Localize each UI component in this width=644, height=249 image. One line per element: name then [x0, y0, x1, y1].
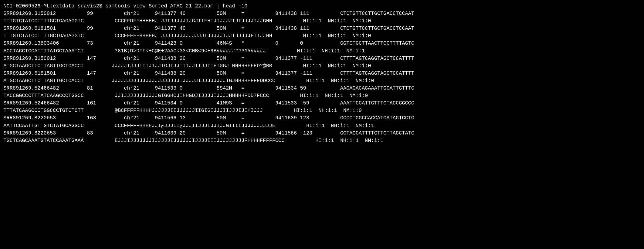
command-line: NCI-02069526-ML:extdata sdavis2$ samtool…: [3, 2, 641, 10]
output-line-3: SRR891269.6181501 99 chr21 9411377 40 50…: [3, 25, 641, 32]
terminal-content: NCI-02069526-ML:extdata sdavis2$ samtool…: [3, 2, 641, 144]
output-line-5: SRR891269.13803406 73 chr21 9411423 0 46…: [3, 39, 641, 47]
output-line-8: ATGCTAAGCTTCTTAGTTGCTCACCT JJJJJIJJJIIIJ…: [3, 62, 641, 70]
output-line-10: ATGCTAAGCTTCTTAGTTGCTCACCT JJJJJJJJJJJJJ…: [3, 77, 641, 84]
terminal-window: NCI-02069526-ML:extdata sdavis2$ samtool…: [3, 2, 641, 144]
output-line-14: TTTATCAAGCCCTGGCCCTGTCTCTT @BCFFFFFHHHHJ…: [3, 107, 641, 114]
output-line-12: TACCGGCCCTTTATCAAGCCCTGGCC JJIJJJJJJJJJJ…: [3, 92, 641, 99]
output-line-1: SRR891269.3150012 99 chr21 9411377 40 50…: [3, 10, 641, 17]
output-line-2: TTTGTCTATCCTTTTGCTGAGAGGTC CCCFFDFFHHHHH…: [3, 17, 641, 25]
output-line-6: AGGTAGCTCGATTTTATGCTAAATCT ?81B;D>DFF<+C…: [3, 47, 641, 55]
output-line-11: SRR891269.52466482 81 chr21 9411533 0 8S…: [3, 84, 641, 92]
output-line-16: AATTCCAATTGTTGTCTATGCAGGCC CCCFFFFFHHHHJ…: [3, 122, 641, 129]
output-line-13: SRR891269.52466482 161 chr21 9411534 0 4…: [3, 99, 641, 107]
output-line-17: SRR891269.8220653 83 chr21 9411639 20 50…: [3, 129, 641, 137]
output-line-7: SRR891269.3150012 147 chr21 9411438 20 5…: [3, 55, 641, 62]
output-line-18: TGCTCAGCAAATGTATCCAAATGAAA EJJJIJJJJJJJI…: [3, 137, 641, 144]
output-line-15: SRR891269.8220653 163 chr21 9411566 13 5…: [3, 114, 641, 122]
output-line-4: TTTGTCTATCCTTTTGCTGAGAGGTC CCCFFFFFHHHHH…: [3, 32, 641, 39]
output-line-9: SRR891269.6181501 147 chr21 9411438 20 5…: [3, 70, 641, 77]
